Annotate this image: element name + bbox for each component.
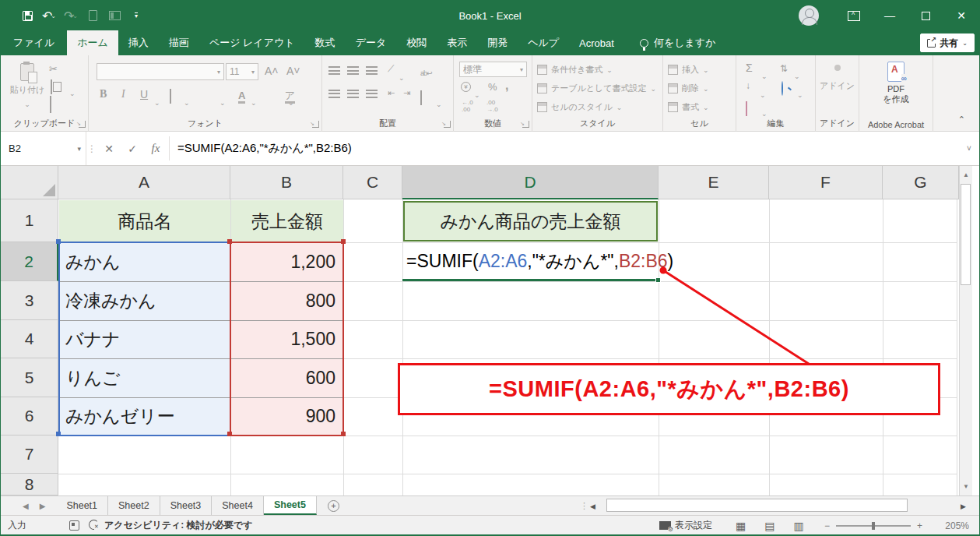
sheet-tab-bar: ◀ ▶ Sheet1 Sheet2 Sheet3 Sheet4 Sheet5 +… <box>1 495 979 515</box>
status-bar: 入力 アクセシビリティ: 検討が必要です 表示設定 ▦ ▤ ▥ − + 205% <box>1 515 979 535</box>
display-settings-button[interactable]: 表示設定 <box>659 516 712 535</box>
display-settings-label: 表示設定 <box>675 519 712 532</box>
scroll-down-icon[interactable]: ▼ <box>960 479 972 494</box>
zoom-out-icon[interactable]: − <box>824 520 830 531</box>
sheet-tab-sheet2[interactable]: Sheet2 <box>108 496 160 515</box>
annotation-formula-callout: =SUMIF(A2:A6,"*みかん*",B2:B6) <box>398 363 940 415</box>
scroll-up-icon[interactable]: ▲ <box>960 168 972 182</box>
zoom-level[interactable]: 205% <box>932 516 969 535</box>
zoom-slider[interactable]: − + <box>824 516 922 535</box>
excel-window: ⌄ ⌄ ▾ Book1 - Excel — ✕ ファイル ホーム 挿入 描画 ペ… <box>0 0 980 536</box>
scroll-right-icon[interactable]: ▶ <box>961 496 966 516</box>
cell-mode-indicator: 入力 <box>8 516 26 535</box>
zoom-in-icon[interactable]: + <box>917 520 922 531</box>
sheet-tab-sheet5[interactable]: Sheet5 <box>264 496 317 515</box>
sheet-nav: ◀ ▶ <box>1 496 56 515</box>
accessibility-icon <box>89 520 99 530</box>
zoom-slider-track[interactable] <box>836 525 911 527</box>
page-layout-view-icon[interactable]: ▤ <box>764 520 775 532</box>
macro-record-icon[interactable] <box>69 520 79 531</box>
accessibility-status[interactable]: アクセシビリティ: 検討が必要です <box>104 516 252 535</box>
horizontal-scrollbar-thumb[interactable] <box>606 499 908 512</box>
sheet-tab-sheet4[interactable]: Sheet4 <box>212 496 264 515</box>
sheet-tab-sheet1[interactable]: Sheet1 <box>56 496 108 515</box>
plus-icon: + <box>328 500 339 512</box>
scrollbar-splitter[interactable]: ⋮ <box>580 496 588 516</box>
display-settings-icon <box>659 521 671 530</box>
scroll-left-icon[interactable]: ◀ <box>590 496 595 516</box>
sheet-tab-sheet3[interactable]: Sheet3 <box>160 496 213 515</box>
sheet-next-icon[interactable]: ▶ <box>40 502 46 510</box>
annotation-arrow <box>1 1 980 536</box>
zoom-slider-thumb[interactable] <box>872 522 875 530</box>
vertical-scrollbar-thumb[interactable] <box>961 184 971 285</box>
new-sheet-button[interactable]: + <box>328 496 339 515</box>
vertical-scrollbar[interactable]: ▲ ▼ <box>959 166 972 495</box>
view-shortcuts: ▦ ▤ ▥ <box>736 516 804 535</box>
sheet-prev-icon[interactable]: ◀ <box>23 502 29 510</box>
page-break-view-icon[interactable]: ▥ <box>793 520 803 532</box>
normal-view-icon[interactable]: ▦ <box>736 520 746 532</box>
